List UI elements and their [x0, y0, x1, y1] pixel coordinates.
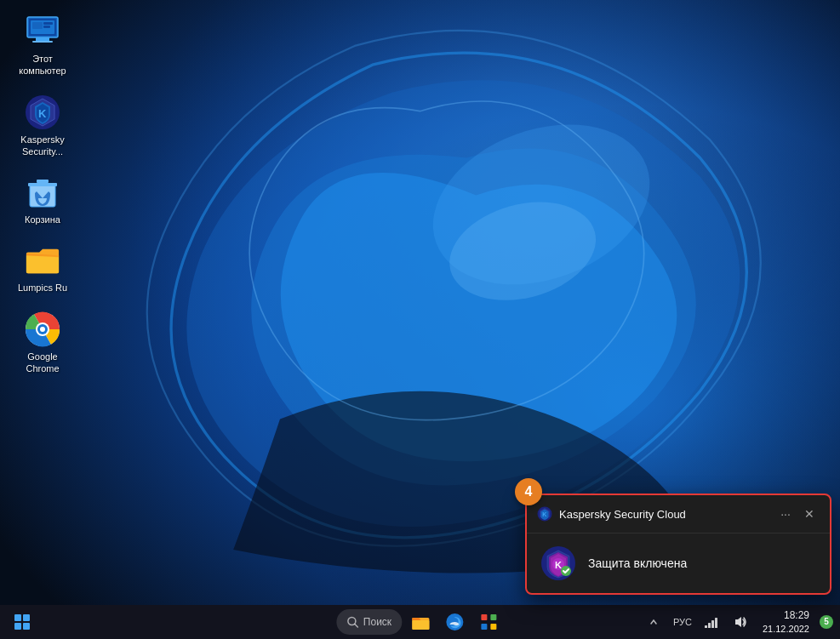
- notification-card: K Kaspersky Security Cloud ··· ✕: [525, 494, 831, 595]
- language-button[interactable]: РУС: [671, 610, 694, 634]
- svg-rect-7: [36, 37, 49, 41]
- taskbar-right: РУС 18:29: [642, 608, 833, 636]
- kaspersky-shield-icon: K: [540, 545, 576, 581]
- computer-icon: [25, 14, 60, 49]
- lumpics-icon-label: Lumpics Ru: [18, 282, 67, 294]
- edge-icon: [445, 613, 464, 631]
- notification-message: Защита включена: [588, 556, 687, 570]
- notification-body: K Защита включена: [527, 533, 830, 593]
- svg-rect-44: [715, 618, 717, 628]
- volume-button[interactable]: [729, 610, 752, 634]
- computer-icon-label: Этот компьютер: [12, 53, 73, 77]
- svg-rect-17: [37, 180, 49, 183]
- notification-close-button[interactable]: ✕: [799, 504, 820, 524]
- svg-rect-12: [43, 26, 50, 28]
- desktop-icon-recycle[interactable]: Корзина: [9, 169, 77, 231]
- svg-rect-35: [412, 620, 429, 630]
- svg-rect-43: [711, 620, 714, 628]
- svg-rect-11: [43, 22, 53, 25]
- desktop: Этот компьютер K Kaspersky Security...: [0, 0, 840, 639]
- desktop-icon-computer[interactable]: Этот компьютер: [9, 9, 77, 83]
- svg-rect-39: [481, 624, 487, 630]
- desktop-icon-chrome[interactable]: Google Chrome: [9, 306, 77, 380]
- notification-header: K Kaspersky Security Cloud ··· ✕: [527, 495, 830, 533]
- svg-rect-16: [28, 183, 57, 186]
- svg-rect-40: [490, 624, 496, 630]
- apps-icon: [479, 613, 498, 631]
- svg-rect-8: [32, 41, 53, 43]
- taskbar: Поиск: [0, 605, 840, 639]
- recycle-icon: [25, 174, 60, 210]
- svg-rect-30: [14, 623, 21, 630]
- clock-time: 18:29: [784, 609, 809, 623]
- svg-text:K: K: [542, 511, 546, 517]
- start-button[interactable]: [7, 607, 37, 637]
- svg-rect-29: [23, 614, 30, 621]
- svg-rect-38: [490, 614, 496, 620]
- notification-wrapper: 4 K Kaspersky Security Cloud ··· ✕: [525, 494, 831, 595]
- network-icon: [704, 615, 719, 629]
- svg-rect-31: [23, 623, 30, 630]
- kaspersky-notif-icon: K: [537, 506, 552, 522]
- chrome-icon-label: Google Chrome: [12, 351, 73, 375]
- taskbar-file-explorer[interactable]: [405, 607, 436, 637]
- taskbar-apps-grid[interactable]: [473, 607, 504, 637]
- network-button[interactable]: [700, 610, 723, 634]
- chevron-up-icon: [649, 618, 658, 626]
- tray-overflow-button[interactable]: [642, 610, 666, 634]
- notification-app-name: Kaspersky Security Cloud: [559, 508, 775, 521]
- notification-menu-button[interactable]: ···: [775, 504, 796, 524]
- svg-text:K: K: [555, 560, 562, 570]
- search-bar[interactable]: Поиск: [336, 609, 402, 635]
- desktop-icon-lumpics[interactable]: Lumpics Ru: [9, 237, 77, 299]
- svg-text:K: K: [38, 107, 47, 120]
- search-label: Поиск: [363, 616, 391, 628]
- svg-rect-15: [30, 185, 55, 207]
- language-label: РУС: [673, 617, 692, 627]
- svg-rect-37: [481, 614, 487, 620]
- svg-rect-41: [705, 625, 707, 628]
- clock-area[interactable]: 18:29 21.12.2022: [757, 608, 814, 636]
- recycle-icon-label: Корзина: [25, 214, 60, 225]
- svg-rect-28: [14, 614, 21, 621]
- taskbar-center: Поиск: [336, 607, 504, 637]
- step-badge: 4: [515, 478, 542, 505]
- volume-icon: [733, 615, 748, 629]
- kaspersky-icon-label: Kaspersky Security...: [12, 134, 73, 158]
- notification-count-badge[interactable]: 5: [820, 615, 833, 629]
- search-icon: [346, 616, 358, 628]
- svg-rect-10: [32, 22, 43, 29]
- desktop-icon-kaspersky[interactable]: K Kaspersky Security...: [9, 89, 77, 163]
- taskbar-edge[interactable]: [439, 607, 470, 637]
- chrome-icon: [25, 311, 60, 347]
- svg-line-33: [354, 625, 357, 628]
- clock-date: 21.12.2022: [763, 623, 809, 635]
- kaspersky-icon: K: [25, 94, 60, 130]
- svg-point-21: [40, 327, 45, 332]
- svg-rect-42: [708, 623, 711, 628]
- desktop-icons: Этот компьютер K Kaspersky Security...: [9, 9, 77, 379]
- file-explorer-icon: [411, 613, 430, 630]
- folder-icon: [25, 242, 60, 278]
